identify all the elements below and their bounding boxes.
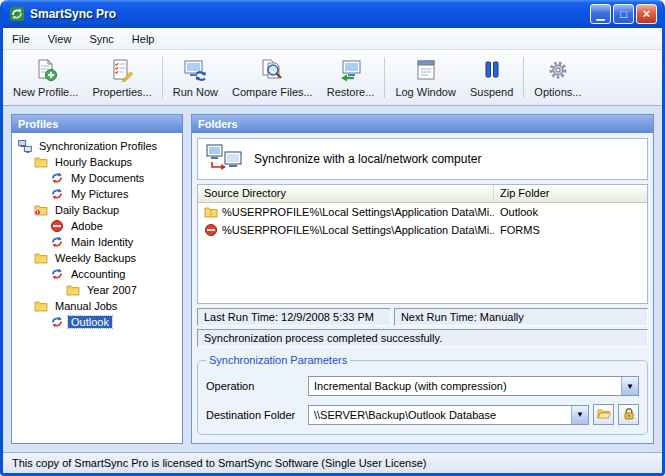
tree-item-label: Manual Jobs [52, 300, 120, 312]
suspend-button[interactable]: Suspend [463, 52, 520, 103]
folders-panel-body: Synchronize with a local/network compute… [192, 133, 653, 443]
destination-folder-value: \\SERVER\Backup\Outlook Database [309, 409, 571, 421]
column-source-directory[interactable]: Source Directory [198, 185, 494, 202]
toolbar-separator [384, 57, 385, 98]
folders-listview: Source Directory Zip Folder %USERPROFILE… [197, 184, 648, 304]
table-row[interactable]: %USERPROFILE%\Local Settings\Application… [198, 221, 647, 239]
toolbar-separator [162, 57, 163, 98]
tree-item-adobe[interactable]: Adobe [14, 218, 180, 234]
minimize-button[interactable]: ▁ [590, 4, 611, 24]
tree-item-label: Weekly Backups [52, 252, 139, 264]
source-directory-cell: %USERPROFILE%\Local Settings\Application… [222, 224, 494, 236]
folder-icon [34, 299, 48, 313]
disabled-profile-icon [50, 219, 64, 233]
tree-item-year-2007[interactable]: Year 2007 [14, 282, 180, 298]
tree-item-outlook[interactable]: Outlook [14, 314, 180, 330]
table-row[interactable]: %USERPROFILE%\Local Settings\Application… [198, 203, 647, 221]
properties-icon [110, 58, 134, 84]
tree-item-label: Outlook [68, 316, 112, 328]
properties-button[interactable]: Properties... [85, 52, 158, 103]
chevron-down-icon[interactable]: ▼ [571, 406, 588, 424]
tree-item-my-pictures[interactable]: My Pictures [14, 186, 180, 202]
tree-item-synchronization-profiles[interactable]: Synchronization Profiles [14, 138, 180, 154]
compare-files-button[interactable]: Compare Files... [225, 52, 320, 103]
sync-profile-icon [50, 235, 64, 249]
listview-header: Source Directory Zip Folder [198, 185, 647, 203]
license-status-text: This copy of SmartSync Pro is licensed t… [12, 457, 427, 469]
maximize-button[interactable]: □ [613, 4, 634, 24]
chevron-down-icon[interactable]: ▼ [621, 377, 638, 395]
profiles-panel: Profiles Synchronization Profiles Hourly… [11, 114, 183, 444]
menu-help[interactable]: Help [123, 30, 164, 48]
operation-label: Operation [206, 380, 308, 392]
tree-item-my-documents[interactable]: My Documents [14, 170, 180, 186]
log-window-icon [414, 58, 438, 84]
log-window-button[interactable]: Log Window [388, 52, 463, 103]
tree-item-hourly-backups[interactable]: Hourly Backups [14, 154, 180, 170]
destination-folder-select[interactable]: \\SERVER\Backup\Outlook Database ▼ [308, 405, 589, 425]
run-time-row: Last Run Time: 12/9/2008 5:33 PM Next Ru… [197, 308, 648, 326]
new-profile-button[interactable]: New Profile... [6, 52, 85, 103]
status-bar: This copy of SmartSync Pro is licensed t… [3, 452, 662, 473]
tree-item-daily-backup[interactable]: Daily Backup [14, 202, 180, 218]
tree-item-main-identity[interactable]: Main Identity [14, 234, 180, 250]
restore-button[interactable]: Restore... [320, 52, 382, 103]
sync-description-text: Synchronize with a local/network compute… [254, 152, 481, 166]
profiles-panel-title: Profiles [12, 115, 182, 133]
profiles-tree: Synchronization Profiles Hourly Backups … [12, 133, 182, 443]
new-profile-label: New Profile... [13, 86, 78, 98]
destination-folder-row: Destination Folder \\SERVER\Backup\Outlo… [206, 404, 639, 425]
last-run-time: Last Run Time: 12/9/2008 5:33 PM [197, 308, 391, 326]
zip-folder-cell: Outlook [494, 206, 647, 218]
menu-file[interactable]: File [3, 30, 39, 48]
tree-item-label: Main Identity [68, 236, 136, 248]
tree-item-weekly-backups[interactable]: Weekly Backups [14, 250, 180, 266]
tree-item-manual-jobs[interactable]: Manual Jobs [14, 298, 180, 314]
new-profile-icon [34, 58, 58, 84]
excluded-icon [204, 223, 218, 237]
lock-icon [622, 407, 636, 423]
synchronization-parameters-group: Synchronization Parameters Operation Inc… [197, 354, 648, 435]
tree-item-label: Hourly Backups [52, 156, 135, 168]
tree-item-accounting[interactable]: Accounting [14, 266, 180, 282]
options-button[interactable]: Options... [527, 52, 588, 103]
window-title: SmartSync Pro [30, 7, 585, 21]
operation-value: Incremental Backup (with compression) [309, 380, 621, 392]
folder-icon [34, 155, 48, 169]
menu-sync[interactable]: Sync [80, 30, 122, 48]
column-zip-folder[interactable]: Zip Folder [494, 185, 647, 202]
browse-folder-button[interactable] [593, 404, 614, 425]
toolbar-separator [523, 57, 524, 98]
run-now-icon [183, 58, 207, 84]
suspend-label: Suspend [470, 86, 513, 98]
toolbar: New Profile... Properties... Run Now Com… [3, 50, 662, 106]
open-folder-icon [597, 407, 611, 423]
close-button[interactable]: × [636, 4, 657, 24]
sync-profile-icon [50, 267, 64, 281]
operation-select[interactable]: Incremental Backup (with compression) ▼ [308, 376, 639, 396]
options-label: Options... [534, 86, 581, 98]
menu-view[interactable]: View [39, 30, 81, 48]
lock-button[interactable] [618, 404, 639, 425]
tree-item-label: My Pictures [68, 188, 131, 200]
titlebar[interactable]: SmartSync Pro ▁ □ × [3, 0, 662, 28]
tree-item-label: Accounting [68, 268, 128, 280]
zip-folder-cell: FORMS [494, 224, 647, 236]
compare-files-label: Compare Files... [232, 86, 313, 98]
sync-computers-icon [18, 139, 32, 153]
zip-folder-icon [204, 205, 218, 219]
tree-item-label: Daily Backup [52, 204, 122, 216]
run-now-button[interactable]: Run Now [166, 52, 225, 103]
folders-panel: Folders Synchronize with a local/network… [191, 114, 654, 444]
next-run-time: Next Run Time: Manually [394, 308, 648, 326]
properties-label: Properties... [92, 86, 151, 98]
log-window-label: Log Window [395, 86, 456, 98]
operation-row: Operation Incremental Backup (with compr… [206, 376, 639, 396]
menubar: File View Sync Help [3, 28, 662, 50]
sync-profile-icon [50, 187, 64, 201]
folder-icon [66, 283, 80, 297]
tree-item-label: Year 2007 [84, 284, 140, 296]
app-window: SmartSync Pro ▁ □ × File View Sync Help … [0, 0, 665, 476]
sync-profile-icon [50, 315, 64, 329]
restore-icon [339, 58, 363, 84]
